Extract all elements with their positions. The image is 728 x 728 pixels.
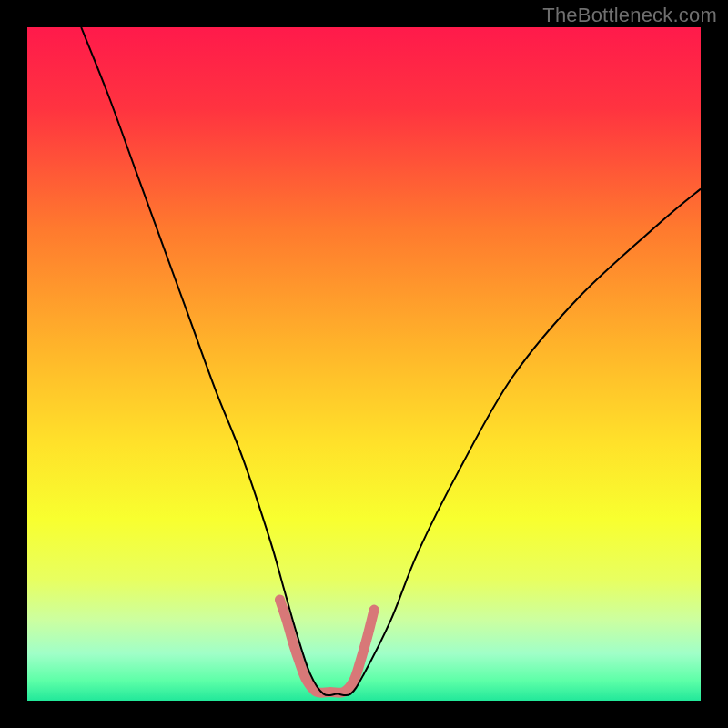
plot-background: [27, 27, 701, 701]
chart-frame: TheBottleneck.com: [0, 0, 728, 728]
bottleneck-chart: [0, 0, 728, 728]
watermark-text: TheBottleneck.com: [542, 4, 717, 27]
